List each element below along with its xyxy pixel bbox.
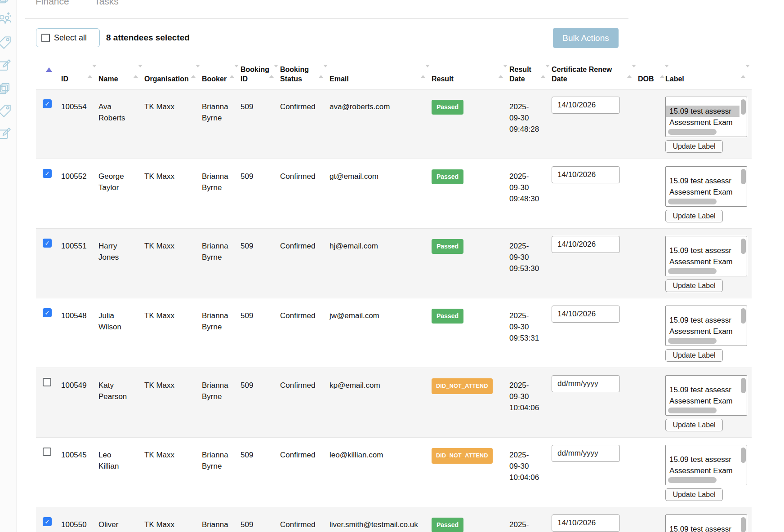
horizontal-scrollbar-thumb[interactable] xyxy=(668,268,717,274)
horizontal-scrollbar-thumb[interactable] xyxy=(668,408,717,413)
row-checkbox[interactable]: ✓ xyxy=(43,517,52,526)
cert-renew-input[interactable] xyxy=(552,236,620,253)
label-option[interactable]: 15.09 test assessr xyxy=(666,454,739,465)
vertical-scrollbar-thumb[interactable] xyxy=(741,448,746,463)
sort-carets-icon[interactable] xyxy=(421,67,425,75)
sort-carets-icon[interactable] xyxy=(627,67,632,75)
vertical-scrollbar-thumb[interactable] xyxy=(741,99,746,115)
cert-renew-input[interactable] xyxy=(552,445,620,462)
label-listbox[interactable]: 15.09 test assessr Assessment Exam xyxy=(665,514,747,532)
sort-carets-icon[interactable] xyxy=(741,67,745,75)
label-listbox[interactable]: 15.09 test assessr Assessment Exam xyxy=(665,375,747,416)
label-option-blank[interactable] xyxy=(666,167,747,175)
column-header-booker[interactable]: Booker xyxy=(202,54,241,89)
column-header-email[interactable]: Email xyxy=(330,54,432,89)
label-option-blank[interactable] xyxy=(666,515,747,523)
column-header-name[interactable]: Name xyxy=(98,54,144,89)
vertical-scrollbar-thumb[interactable] xyxy=(741,517,746,532)
row-checkbox[interactable]: ✓ xyxy=(43,308,52,317)
sort-carets-icon[interactable] xyxy=(134,67,138,75)
label-listbox[interactable]: 15.09 test assessr Assessment Exam xyxy=(665,445,747,485)
label-option-blank[interactable] xyxy=(666,97,747,106)
row-checkbox[interactable] xyxy=(43,448,51,456)
label-option[interactable]: 15.09 test assessr xyxy=(666,245,739,256)
tag-icon[interactable] xyxy=(0,35,12,50)
result-badge: Passed xyxy=(432,309,463,324)
label-listbox[interactable]: 15.09 test assessr Assessment Exam xyxy=(665,306,747,346)
column-header-select[interactable] xyxy=(36,54,61,89)
sort-carets-icon[interactable] xyxy=(88,67,92,75)
column-header-booking-id[interactable]: Booking ID xyxy=(241,54,280,89)
update-label-button[interactable]: Update Label xyxy=(665,279,723,292)
row-checkbox[interactable]: ✓ xyxy=(43,239,52,248)
label-option[interactable]: Assessment Exam xyxy=(666,117,739,128)
column-header-booking-status[interactable]: Booking Status xyxy=(280,54,330,89)
update-label-button[interactable]: Update Label xyxy=(665,210,723,222)
label-option-blank[interactable] xyxy=(666,376,747,384)
cert-renew-input[interactable] xyxy=(552,514,620,532)
tag-icon[interactable] xyxy=(0,103,12,119)
column-header-certificate-renew-date[interactable]: Certificate Renew Date xyxy=(552,54,638,89)
users-icon[interactable] xyxy=(0,11,12,26)
clipboard-check-icon[interactable] xyxy=(0,126,12,142)
active-sort-icon[interactable] xyxy=(46,67,52,72)
sort-carets-icon[interactable] xyxy=(499,67,503,75)
row-checkbox[interactable]: ✓ xyxy=(43,169,52,178)
update-label-button[interactable]: Update Label xyxy=(665,488,723,501)
column-header-result-date[interactable]: Result Date xyxy=(509,54,552,89)
column-header-result[interactable]: Result xyxy=(432,54,509,89)
cert-renew-input[interactable] xyxy=(552,375,620,392)
horizontal-scrollbar-thumb[interactable] xyxy=(668,199,717,204)
vertical-scrollbar-thumb[interactable] xyxy=(741,378,746,393)
column-header-id[interactable]: ID xyxy=(61,54,98,89)
sort-carets-icon[interactable] xyxy=(660,67,664,75)
label-option[interactable]: 15.09 test assessr xyxy=(666,384,739,395)
row-checkbox[interactable] xyxy=(43,378,51,386)
label-listbox[interactable]: 15.09 test assessr Assessment Exam xyxy=(665,166,747,207)
cert-renew-input[interactable] xyxy=(552,97,620,114)
sort-carets-icon[interactable] xyxy=(230,67,234,75)
label-option[interactable]: 15.09 test assessr xyxy=(666,106,739,117)
label-option[interactable]: Assessment Exam xyxy=(666,395,739,407)
update-label-button[interactable]: Update Label xyxy=(665,419,723,431)
label-option[interactable]: Assessment Exam xyxy=(666,326,739,337)
label-listbox[interactable]: 15.09 test assessr Assessment Exam xyxy=(665,97,747,137)
cert-renew-input[interactable] xyxy=(552,306,620,323)
sort-carets-icon[interactable] xyxy=(319,67,323,75)
column-header-dob[interactable]: DOB xyxy=(638,54,665,89)
vertical-scrollbar-thumb[interactable] xyxy=(741,308,746,324)
label-option-blank[interactable] xyxy=(666,445,747,454)
column-header-label[interactable]: Label xyxy=(665,54,752,89)
vertical-scrollbar-thumb[interactable] xyxy=(741,169,746,184)
clipboard-check-icon[interactable] xyxy=(0,58,12,73)
label-option-blank[interactable] xyxy=(666,306,747,315)
cert-renew-input[interactable] xyxy=(552,166,620,183)
row-checkbox[interactable]: ✓ xyxy=(43,99,52,108)
label-option[interactable]: 15.09 test assessr xyxy=(666,315,739,326)
bulk-actions-button[interactable]: Bulk Actions xyxy=(553,28,619,48)
horizontal-scrollbar-thumb[interactable] xyxy=(668,129,717,135)
horizontal-scrollbar-thumb[interactable] xyxy=(668,477,717,483)
label-option[interactable]: Assessment Exam xyxy=(666,465,739,476)
select-all-button[interactable]: Select all xyxy=(36,28,100,47)
certificate-renew-cell xyxy=(552,89,638,159)
tab-finance[interactable]: Finance xyxy=(36,0,69,7)
horizontal-scrollbar-thumb[interactable] xyxy=(668,338,717,344)
sort-carets-icon[interactable] xyxy=(269,67,274,75)
column-header-organisation[interactable]: Organisation xyxy=(144,54,202,89)
layers-icon[interactable] xyxy=(0,0,12,5)
layers-icon[interactable] xyxy=(0,81,12,96)
vertical-scrollbar-thumb[interactable] xyxy=(741,239,746,254)
tab-tasks[interactable]: Tasks xyxy=(94,0,119,7)
label-option[interactable]: Assessment Exam xyxy=(666,256,739,267)
label-option[interactable]: Assessment Exam xyxy=(666,186,739,198)
select-all-checkbox[interactable] xyxy=(41,34,50,42)
label-option[interactable]: 15.09 test assessr xyxy=(666,175,739,186)
update-label-button[interactable]: Update Label xyxy=(665,349,723,362)
label-option-blank[interactable] xyxy=(666,236,747,245)
sort-carets-icon[interactable] xyxy=(541,67,545,75)
update-label-button[interactable]: Update Label xyxy=(665,140,723,153)
sort-carets-icon[interactable] xyxy=(191,67,196,75)
label-listbox[interactable]: 15.09 test assessr Assessment Exam xyxy=(665,236,747,276)
label-option[interactable]: 15.09 test assessr xyxy=(666,523,739,532)
